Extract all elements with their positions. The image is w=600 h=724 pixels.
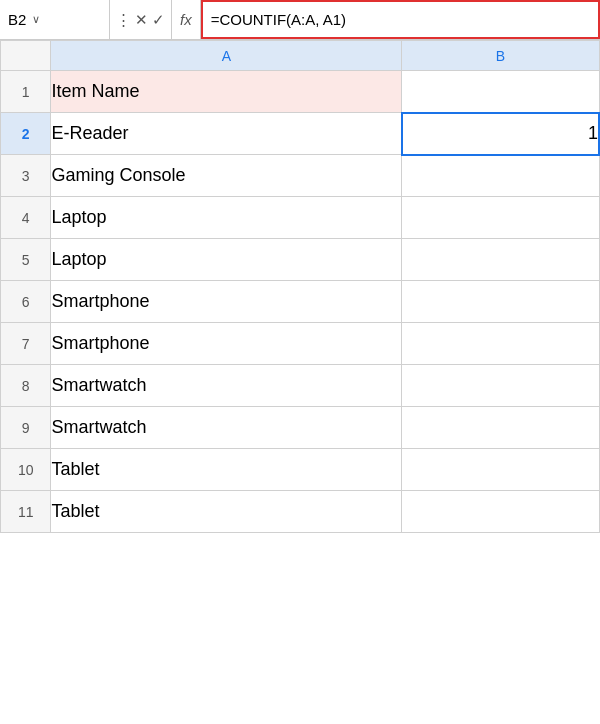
cell-a4[interactable]: Laptop — [51, 197, 402, 239]
cell-a1[interactable]: Item Name — [51, 71, 402, 113]
row-header[interactable]: 7 — [1, 323, 51, 365]
cell-b1[interactable] — [402, 71, 599, 113]
chevron-down-icon: ∨ — [32, 13, 40, 26]
row-header[interactable]: 9 — [1, 407, 51, 449]
row-header[interactable]: 5 — [1, 239, 51, 281]
cell-b10[interactable] — [402, 449, 599, 491]
cell-b9[interactable] — [402, 407, 599, 449]
row-header[interactable]: 2 — [1, 113, 51, 155]
cell-a3[interactable]: Gaming Console — [51, 155, 402, 197]
cell-a2[interactable]: E-Reader — [51, 113, 402, 155]
fx-label: fx — [172, 0, 201, 39]
cell-reference-box[interactable]: B2 ∨ — [0, 0, 110, 39]
col-header-a[interactable]: A — [51, 41, 402, 71]
table-row: 7Smartphone — [1, 323, 600, 365]
col-header-b[interactable]: B — [402, 41, 599, 71]
row-header[interactable]: 6 — [1, 281, 51, 323]
row-header[interactable]: 3 — [1, 155, 51, 197]
formula-divider: ⋮ ✕ ✓ — [110, 0, 172, 39]
cross-icon[interactable]: ✕ — [135, 11, 148, 29]
formula-bar: B2 ∨ ⋮ ✕ ✓ fx — [0, 0, 600, 40]
row-header[interactable]: 1 — [1, 71, 51, 113]
cell-b6[interactable] — [402, 281, 599, 323]
cell-a5[interactable]: Laptop — [51, 239, 402, 281]
table-row: 10Tablet — [1, 449, 600, 491]
row-header[interactable]: 10 — [1, 449, 51, 491]
cell-b8[interactable] — [402, 365, 599, 407]
row-header[interactable]: 8 — [1, 365, 51, 407]
cell-b7[interactable] — [402, 323, 599, 365]
table-row: 3Gaming Console — [1, 155, 600, 197]
cell-a11[interactable]: Tablet — [51, 491, 402, 533]
cell-a7[interactable]: Smartphone — [51, 323, 402, 365]
cell-a9[interactable]: Smartwatch — [51, 407, 402, 449]
table-row: 6Smartphone — [1, 281, 600, 323]
row-header[interactable]: 11 — [1, 491, 51, 533]
dots-icon: ⋮ — [116, 11, 131, 29]
table-row: 11Tablet — [1, 491, 600, 533]
cell-b3[interactable] — [402, 155, 599, 197]
table-row: 5Laptop — [1, 239, 600, 281]
table-row: 9Smartwatch — [1, 407, 600, 449]
cell-b4[interactable] — [402, 197, 599, 239]
cell-b5[interactable] — [402, 239, 599, 281]
formula-input[interactable] — [201, 0, 600, 39]
corner-header — [1, 41, 51, 71]
cell-a8[interactable]: Smartwatch — [51, 365, 402, 407]
table-row: 1Item Name — [1, 71, 600, 113]
spreadsheet-grid: A B 1Item Name2E-Reader13Gaming Console4… — [0, 40, 600, 533]
check-icon[interactable]: ✓ — [152, 11, 165, 29]
cell-b11[interactable] — [402, 491, 599, 533]
cell-a6[interactable]: Smartphone — [51, 281, 402, 323]
table-row: 4Laptop — [1, 197, 600, 239]
table-row: 8Smartwatch — [1, 365, 600, 407]
cell-reference-text: B2 — [8, 11, 26, 28]
row-header[interactable]: 4 — [1, 197, 51, 239]
table-row: 2E-Reader1 — [1, 113, 600, 155]
cell-b2[interactable]: 1 — [402, 113, 599, 155]
cell-a10[interactable]: Tablet — [51, 449, 402, 491]
